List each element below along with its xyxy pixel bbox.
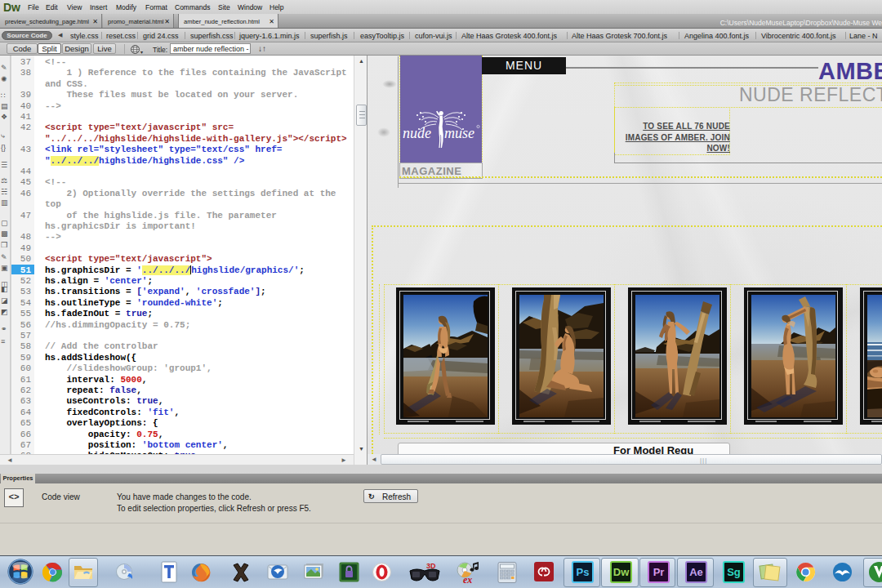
svg-text:ex: ex [463,574,472,585]
svg-text:nude: nude [403,125,431,141]
svg-text:muse: muse [444,125,474,141]
svg-text:3D: 3D [426,562,436,570]
